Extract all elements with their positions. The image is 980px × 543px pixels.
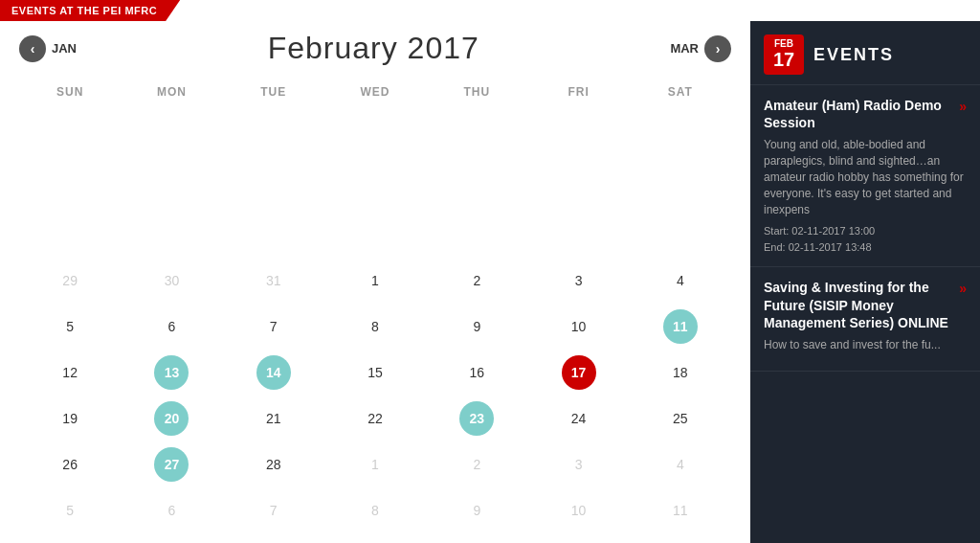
calendar-header: ‹ JAN February 2017 MAR ›	[19, 31, 731, 66]
day-number: 10	[562, 493, 596, 528]
prev-month-button[interactable]: ‹ JAN	[19, 35, 77, 62]
day-cell: 6	[121, 304, 222, 350]
top-banner: EVENTS AT THE PEI MFRC	[0, 0, 180, 21]
day-cell: 10	[527, 304, 629, 350]
day-cell: 6	[121, 487, 222, 533]
next-month-label: MAR	[670, 41, 699, 56]
day-number[interactable]: 27	[154, 447, 189, 482]
day-cell: 4	[630, 441, 731, 487]
calendar-section: ‹ JAN February 2017 MAR › SUN MON TUE WE…	[0, 21, 750, 543]
day-number: 7	[256, 309, 291, 344]
day-number[interactable]: 23	[459, 401, 494, 436]
badge-month: FEB	[774, 39, 793, 49]
day-header-wed: WED	[324, 81, 426, 258]
day-cell: 8	[324, 487, 426, 533]
day-header-sat: SAT	[630, 81, 731, 258]
day-cell: 5	[19, 304, 121, 350]
day-number[interactable]: 14	[256, 355, 291, 390]
event-item-2[interactable]: Saving & Investing for the Future (SISIP…	[750, 267, 980, 371]
day-number: 22	[358, 401, 392, 436]
day-cell[interactable]: 14	[223, 350, 324, 396]
prev-arrow-icon: ‹	[19, 35, 46, 62]
day-cell: 25	[630, 396, 731, 441]
next-month-button[interactable]: MAR ›	[670, 35, 731, 62]
day-cell: 30	[121, 258, 222, 304]
day-header-mon: MON	[121, 81, 222, 258]
day-number: 15	[358, 355, 392, 390]
day-number: 3	[562, 447, 596, 482]
day-cell[interactable]: 20	[121, 396, 222, 441]
day-number: 10	[562, 309, 596, 344]
day-cell[interactable]: 11	[630, 304, 731, 350]
day-cell: 2	[426, 441, 527, 487]
day-number: 28	[256, 447, 291, 482]
sidebar-header: FEB 17 EVENTS	[750, 21, 980, 85]
day-number[interactable]: 17	[562, 355, 596, 390]
day-cell: 19	[19, 396, 121, 441]
day-number: 21	[256, 401, 291, 436]
day-cell[interactable]: 17	[527, 350, 629, 396]
event-end-1: End: 02-11-2017 13:48	[764, 239, 967, 256]
day-cell[interactable]: 13	[121, 350, 222, 396]
day-cell: 4	[630, 258, 731, 304]
day-cell[interactable]: 23	[426, 396, 527, 441]
day-number: 7	[256, 493, 291, 528]
event-arrow-icon-2: »	[959, 280, 967, 297]
prev-month-label: JAN	[52, 41, 77, 56]
day-number: 4	[663, 263, 698, 298]
day-number: 16	[459, 355, 494, 390]
day-cell: 12	[19, 350, 121, 396]
day-number[interactable]: 20	[154, 401, 189, 436]
day-header-thu: THU	[426, 81, 527, 258]
calendar-grid: SUN MON TUE WED THU FRI SAT	[19, 81, 731, 258]
day-number: 8	[358, 493, 392, 528]
day-cell[interactable]: 27	[121, 441, 222, 487]
day-number: 2	[459, 447, 494, 482]
day-number[interactable]: 13	[154, 355, 189, 390]
calendar-days-grid: 2930311234567891011121314151617181920212…	[19, 258, 731, 533]
day-cell: 10	[527, 487, 629, 533]
day-header-sun: SUN	[19, 81, 121, 258]
day-cell: 29	[19, 258, 121, 304]
day-number: 9	[459, 309, 494, 344]
day-cell: 3	[527, 441, 629, 487]
day-number: 1	[358, 263, 392, 298]
day-number: 9	[459, 493, 494, 528]
day-cell: 1	[324, 441, 426, 487]
event-title-2: Saving & Investing for the Future (SISIP…	[764, 279, 967, 331]
day-cell: 7	[223, 487, 324, 533]
day-cell: 15	[324, 350, 426, 396]
event-arrow-icon-1: »	[959, 98, 967, 115]
day-number: 29	[53, 263, 87, 298]
next-arrow-icon: ›	[704, 35, 731, 62]
day-cell: 8	[324, 304, 426, 350]
day-cell: 21	[223, 396, 324, 441]
day-number: 2	[459, 263, 494, 298]
date-badge: FEB 17	[764, 34, 804, 75]
day-cell: 28	[223, 441, 324, 487]
day-cell: 11	[630, 487, 731, 533]
day-number: 24	[562, 401, 596, 436]
main-container: ‹ JAN February 2017 MAR › SUN MON TUE WE…	[0, 21, 980, 543]
day-cell: 7	[223, 304, 324, 350]
day-cell: 9	[426, 487, 527, 533]
event-item-1[interactable]: Amateur (Ham) Radio Demo Session » Young…	[750, 85, 980, 267]
day-number: 3	[562, 263, 596, 298]
day-cell: 3	[527, 258, 629, 304]
events-sidebar: FEB 17 EVENTS Amateur (Ham) Radio Demo S…	[750, 21, 980, 543]
day-number: 5	[53, 309, 87, 344]
day-number: 18	[663, 355, 698, 390]
day-number[interactable]: 11	[663, 309, 698, 344]
event-start-1: Start: 02-11-2017 13:00	[764, 223, 967, 239]
day-number: 11	[663, 493, 698, 528]
day-cell: 24	[527, 396, 629, 441]
day-number: 12	[53, 355, 87, 390]
day-number: 4	[663, 447, 698, 482]
day-cell: 9	[426, 304, 527, 350]
day-number: 25	[663, 401, 698, 436]
event-title-1: Amateur (Ham) Radio Demo Session »	[764, 97, 967, 131]
badge-day: 17	[773, 49, 794, 70]
day-cell: 31	[223, 258, 324, 304]
day-cell: 1	[324, 258, 426, 304]
day-number: 31	[256, 263, 291, 298]
